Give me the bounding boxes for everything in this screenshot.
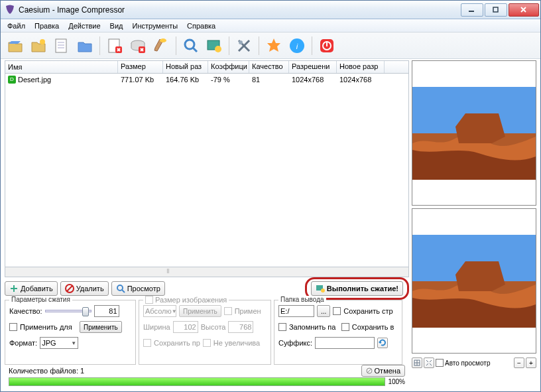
cell-ratio: -79 % — [208, 75, 249, 84]
cell-newsize: 164.76 Kb — [163, 75, 208, 84]
keep-ratio-checkbox[interactable] — [143, 339, 151, 347]
preview-panel: Авто просмотр − + — [412, 60, 536, 389]
settings-icon[interactable] — [233, 35, 255, 56]
col-quality[interactable]: Качество — [249, 61, 289, 73]
svg-point-11 — [215, 46, 221, 52]
compress-icon[interactable] — [204, 35, 225, 56]
open-list-icon[interactable] — [51, 35, 72, 56]
svg-point-2 — [40, 39, 45, 44]
close-button[interactable] — [509, 3, 539, 17]
refresh-suffix-button[interactable] — [377, 338, 388, 348]
zoom-icon[interactable] — [180, 35, 202, 56]
menu-view[interactable]: Вид — [106, 21, 127, 31]
col-size[interactable]: Размер — [118, 61, 163, 73]
remove-file-icon[interactable] — [104, 35, 125, 56]
titlebar: Caesium - Image Compressor — [1, 1, 540, 19]
preview-button[interactable]: Просмотр — [111, 281, 165, 296]
svg-point-18 — [117, 285, 123, 291]
cell-newres: 1024x768 — [337, 75, 385, 84]
info-icon[interactable]: i — [286, 35, 308, 56]
horizontal-scrollbar[interactable] — [5, 267, 409, 277]
svg-rect-3 — [56, 39, 66, 52]
apply-resize-button[interactable]: Применить — [179, 305, 221, 317]
add-button[interactable]: Добавить — [5, 281, 58, 296]
svg-point-9 — [185, 40, 194, 49]
svg-point-20 — [321, 289, 325, 293]
format-combo[interactable]: JPG▼ — [40, 337, 78, 349]
file-status-icon: D — [8, 76, 16, 84]
cell-size: 771.07 Kb — [118, 75, 163, 84]
width-stepper[interactable] — [173, 321, 198, 333]
window-title: Caesium - Image Compressor — [19, 5, 459, 15]
apply-quality-button[interactable]: Применить — [80, 321, 122, 333]
progress-percent: 100% — [388, 378, 405, 385]
file-list[interactable]: DDesert.jpg 771.07 Kb 164.76 Kb -79 % 81… — [5, 74, 409, 267]
resize-mode-combo[interactable]: Абсолю▼ — [143, 305, 176, 317]
no-enlarge-checkbox[interactable] — [203, 339, 211, 347]
clear-list-icon[interactable] — [150, 35, 172, 56]
toolbar: i — [1, 33, 540, 59]
menu-tools[interactable]: Инструменты — [128, 21, 182, 31]
power-icon[interactable] — [316, 35, 337, 56]
fit-icon[interactable] — [412, 358, 422, 368]
output-path-field[interactable] — [278, 305, 314, 317]
menu-action[interactable]: Действие — [64, 21, 104, 31]
resize-group: Размер изображения Абсолю▼ Применить При… — [139, 300, 271, 365]
menu-edit[interactable]: Правка — [30, 21, 63, 31]
actual-size-icon[interactable] — [424, 358, 434, 368]
height-stepper[interactable] — [228, 321, 253, 333]
col-newres[interactable]: Новое разр — [337, 61, 385, 73]
maximize-button[interactable] — [485, 3, 507, 17]
col-newsize[interactable]: Новый раз — [163, 61, 208, 73]
col-ratio[interactable]: Коэффици — [208, 61, 249, 73]
suffix-field[interactable] — [315, 337, 375, 349]
cell-name: Desert.jpg — [18, 76, 51, 84]
group-title: Параметры сжатия — [9, 296, 72, 303]
star-icon[interactable] — [263, 35, 284, 56]
minimize-button[interactable] — [461, 3, 483, 17]
remember-checkbox[interactable] — [278, 323, 286, 331]
remove-disk-icon[interactable] — [127, 35, 149, 56]
compress-params-group: Параметры сжатия Качество: Применить для… — [5, 300, 136, 365]
quality-label: Качество: — [9, 307, 42, 315]
zoom-out-icon[interactable]: − — [514, 358, 524, 368]
app-icon — [5, 5, 15, 15]
progress-bar — [9, 377, 385, 386]
cell-quality: 81 — [249, 75, 289, 84]
file-count-label: Количество файлов: 1 — [9, 367, 84, 375]
compress-button[interactable]: Выполнить сжатие! — [311, 281, 403, 296]
svg-rect-1 — [493, 7, 498, 12]
preview-original — [412, 60, 536, 206]
format-label: Формат: — [9, 339, 37, 347]
autopreview-checkbox[interactable] — [436, 359, 444, 367]
svg-rect-0 — [469, 11, 474, 12]
browse-button[interactable]: ... — [317, 305, 330, 317]
remove-button[interactable]: Удалить — [60, 281, 109, 296]
apply-all-checkbox[interactable] — [9, 323, 17, 331]
save-folder-icon[interactable] — [74, 35, 95, 56]
app-window: Caesium - Image Compressor Файл Правка Д… — [0, 0, 541, 392]
cancel-button[interactable]: Отмена — [361, 365, 405, 377]
col-name[interactable]: Имя — [5, 61, 118, 73]
quality-stepper[interactable] — [94, 305, 119, 317]
menu-file[interactable]: Файл — [3, 21, 29, 31]
menu-help[interactable]: Справка — [183, 21, 219, 31]
open-folder-icon[interactable] — [28, 35, 49, 56]
apply-all-label: Применить для — [20, 323, 77, 331]
open-file-icon[interactable] — [5, 35, 26, 56]
preview-compressed — [412, 208, 536, 354]
file-list-header: Имя Размер Новый раз Коэффици Качество Р… — [5, 60, 409, 74]
chevron-down-icon: ▼ — [71, 340, 76, 346]
output-group: Папка вывода ... Сохранить стр Запомнить… — [274, 300, 402, 365]
zoom-in-icon[interactable]: + — [526, 358, 536, 368]
table-row[interactable]: DDesert.jpg 771.07 Kb 164.76 Kb -79 % 81… — [5, 74, 408, 86]
svg-point-8 — [160, 38, 166, 42]
quality-slider[interactable] — [45, 310, 91, 312]
save-to-checkbox[interactable] — [341, 323, 349, 331]
svg-point-12 — [239, 40, 243, 44]
resize-enable-checkbox[interactable] — [145, 296, 153, 304]
resize-apply-checkbox[interactable] — [224, 307, 232, 315]
menubar: Файл Правка Действие Вид Инструменты Спр… — [1, 19, 540, 33]
keep-struct-checkbox[interactable] — [333, 307, 341, 315]
col-res[interactable]: Разрешени — [289, 61, 337, 73]
